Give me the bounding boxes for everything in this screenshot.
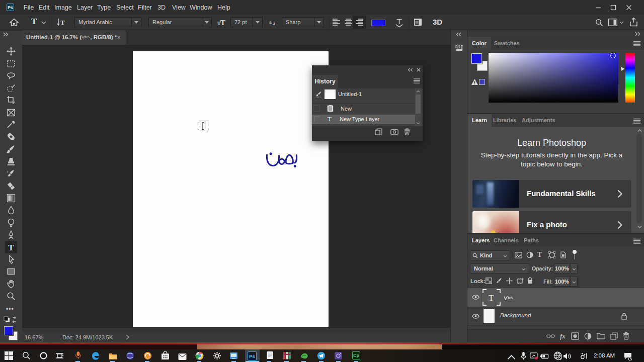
svg-text:a: a bbox=[273, 20, 275, 26]
svg-text:T: T bbox=[220, 19, 225, 26]
svg-text:T: T bbox=[60, 19, 65, 26]
svg-text:a: a bbox=[269, 19, 272, 25]
svg-text:T: T bbox=[489, 293, 494, 303]
